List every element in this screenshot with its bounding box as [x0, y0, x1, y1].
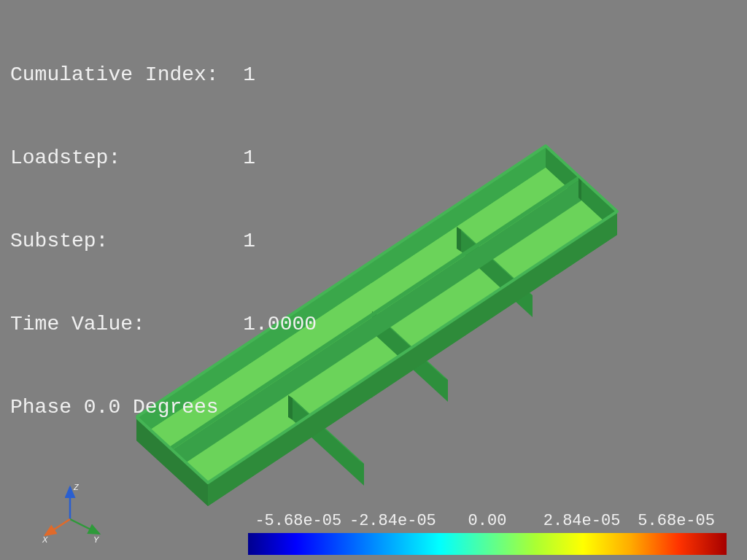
- colorbar-tick-1: -2.84e-05: [346, 512, 441, 530]
- info-value-time: 1.0000: [243, 313, 317, 335]
- axis-x: [45, 519, 70, 535]
- info-label-loadstep: Loadstep:: [10, 147, 243, 169]
- svg-marker-4: [376, 314, 448, 402]
- partition-transverse-1: [457, 227, 533, 317]
- info-overlay: Cumulative Index: 1 Loadstep: 1 Substep:…: [10, 6, 317, 477]
- outer-wall-right: [546, 146, 617, 235]
- axis-triad: Z Y X: [41, 483, 114, 544]
- svg-marker-5: [372, 311, 448, 380]
- colorbar: -5.68e-05 -2.84e-05 0.00 2.84e-05 5.68e-…: [248, 512, 727, 555]
- partition-transverse-2: [372, 311, 448, 402]
- info-label-phase: Phase 0.0 Degrees: [10, 396, 219, 419]
- info-value-cumulative: 1: [243, 63, 255, 86]
- svg-marker-12: [578, 176, 581, 201]
- svg-marker-2: [457, 227, 533, 295]
- rim-inner-back: [546, 146, 617, 233]
- axis-label-x: X: [42, 535, 48, 544]
- colorbar-tick-2: 0.00: [440, 512, 535, 530]
- svg-marker-3: [457, 227, 461, 252]
- axis-label-z: Z: [73, 483, 80, 491]
- info-value-loadstep: 1: [243, 147, 255, 169]
- colorbar-tick-4: 5.68e-05: [629, 512, 724, 530]
- svg-marker-6: [372, 311, 376, 336]
- viewport[interactable]: Cumulative Index: 1 Loadstep: 1 Substep:…: [0, 0, 747, 560]
- info-label-cumulative: Cumulative Index:: [10, 63, 243, 86]
- svg-marker-1: [461, 230, 533, 317]
- info-label-substep: Substep:: [10, 230, 243, 252]
- colorbar-tick-0: -5.68e-05: [251, 512, 346, 530]
- axis-label-y: Y: [93, 535, 99, 544]
- colorbar-ticks: -5.68e-05 -2.84e-05 0.00 2.84e-05 5.68e-…: [248, 512, 727, 533]
- axis-y: [70, 519, 99, 534]
- info-label-time: Time Value:: [10, 313, 243, 335]
- info-value-substep: 1: [243, 230, 255, 252]
- colorbar-tick-3: 2.84e-05: [535, 512, 630, 530]
- colorbar-gradient: [248, 533, 727, 555]
